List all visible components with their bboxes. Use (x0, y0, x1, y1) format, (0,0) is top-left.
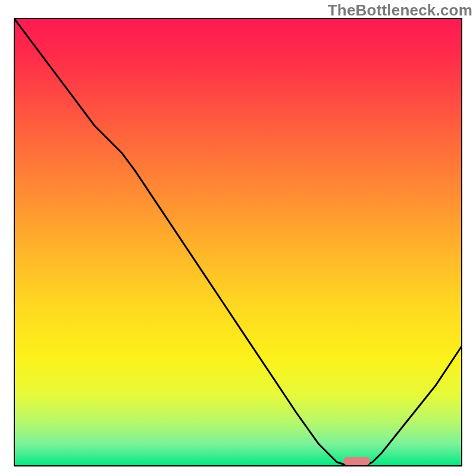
plot-area (14, 18, 462, 466)
watermark-text: TheBottleneck.com (328, 1, 472, 20)
optimal-range-marker (343, 457, 370, 465)
chart-container: TheBottleneck.com (0, 0, 476, 476)
bottleneck-curve (14, 18, 462, 466)
